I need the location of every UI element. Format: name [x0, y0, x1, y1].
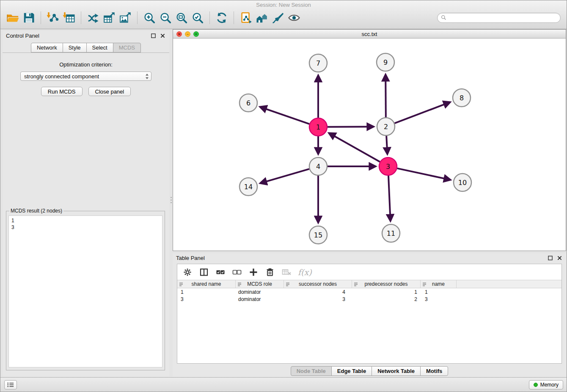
delete-icon[interactable]: [265, 266, 275, 278]
float-window-icon[interactable]: [547, 254, 553, 261]
graph-node-2[interactable]: 2: [377, 118, 395, 135]
tab-network-table[interactable]: Network Table: [372, 366, 421, 376]
duplicate-network-icon[interactable]: [238, 10, 254, 26]
graph-node-14[interactable]: 14: [239, 178, 257, 196]
tab-select[interactable]: Select: [86, 43, 113, 52]
tab-node-table[interactable]: Node Table: [291, 366, 332, 376]
zoom-in-icon[interactable]: [141, 10, 157, 26]
deselect-all-icon[interactable]: [232, 266, 242, 278]
table-cell: 3: [177, 296, 236, 302]
svg-text:3: 3: [386, 163, 390, 171]
maximize-window-icon[interactable]: +: [193, 31, 199, 37]
column-header-MCDS-role[interactable]: MCDS role: [236, 280, 284, 288]
minimize-window-icon[interactable]: −: [185, 31, 190, 37]
graph-node-1[interactable]: 1: [309, 118, 327, 136]
graph-edge-3-1[interactable]: [329, 133, 380, 162]
column-header-successor-nodes[interactable]: successor nodes: [284, 280, 352, 288]
optimization-criterion-label: Optimization criterion:: [3, 61, 169, 68]
memory-label: Memory: [540, 382, 559, 388]
float-window-icon[interactable]: [150, 32, 157, 39]
column-header-name[interactable]: name: [421, 280, 457, 288]
search-input[interactable]: [449, 14, 557, 21]
graph-edge-4-14[interactable]: [261, 169, 309, 183]
graph-edge-3-10[interactable]: [397, 168, 450, 180]
window-header: Session: New Session: [0, 0, 567, 29]
export-table-icon[interactable]: [101, 10, 117, 26]
export-network-icon[interactable]: [85, 10, 101, 26]
export-image-icon[interactable]: [117, 10, 133, 26]
column-header-predecessor-nodes[interactable]: predecessor nodes: [352, 280, 421, 288]
tab-style[interactable]: Style: [63, 43, 87, 52]
mcds-result-list[interactable]: 1 3: [8, 215, 162, 367]
svg-text:10: 10: [458, 179, 467, 187]
style-brush-icon[interactable]: [270, 10, 286, 26]
close-window-icon[interactable]: ✕: [176, 31, 182, 37]
search-icon: [441, 15, 446, 20]
gear-icon[interactable]: [182, 266, 193, 278]
table-cell: dominator: [236, 296, 284, 302]
table-cell: 4: [284, 289, 352, 295]
graph-edge-3-11[interactable]: [388, 176, 391, 221]
select-all-icon[interactable]: [215, 266, 226, 278]
panel-splitter[interactable]: [170, 29, 172, 376]
graph-node-4[interactable]: 4: [309, 157, 327, 175]
graph-node-6[interactable]: 6: [239, 94, 257, 112]
network-window-title: scc.txt: [362, 31, 377, 37]
graph-edge-1-2[interactable]: [328, 127, 373, 127]
search-box[interactable]: [437, 13, 561, 23]
graph-edge-2-8[interactable]: [395, 102, 450, 124]
graph-node-9[interactable]: 9: [377, 53, 394, 71]
close-icon[interactable]: [556, 254, 563, 261]
mcds-result-item[interactable]: 1: [11, 217, 160, 224]
table-panel: Table Panel: [173, 253, 566, 377]
control-panel-tabs: Network Style Select MCDS: [3, 43, 169, 53]
graph-node-7[interactable]: 7: [309, 54, 327, 72]
table-row[interactable]: 1dominator411: [177, 288, 561, 295]
optimization-criterion-select[interactable]: strongly connected component: [20, 72, 151, 81]
table-panel-title: Table Panel: [176, 255, 205, 261]
run-mcds-button[interactable]: Run MCDS: [41, 87, 83, 96]
mcds-result-item[interactable]: 3: [11, 224, 160, 231]
network-overview-icon[interactable]: [254, 10, 270, 26]
table-cell: dominator: [236, 289, 284, 295]
graph-edge-2-9[interactable]: [385, 75, 386, 117]
table-row[interactable]: 3dominator323: [177, 295, 561, 303]
zoom-fit-icon[interactable]: [173, 10, 190, 26]
table-cell: 3: [284, 296, 352, 302]
graph-edge-2-3[interactable]: [386, 136, 387, 154]
tab-mcds[interactable]: MCDS: [113, 43, 141, 52]
svg-text:11: 11: [387, 229, 395, 237]
tab-motifs[interactable]: Motifs: [420, 366, 448, 376]
table-body: 1dominator4113dominator323: [177, 288, 561, 303]
toolbar-separator: [41, 11, 41, 24]
tab-network[interactable]: Network: [31, 43, 63, 52]
graph-node-10[interactable]: 10: [454, 174, 471, 191]
graph-edge-1-6[interactable]: [260, 107, 309, 124]
network-canvas[interactable]: 7968124314101511: [173, 39, 566, 251]
zoom-selected-icon[interactable]: [190, 10, 206, 26]
tab-edge-table[interactable]: Edge Table: [331, 366, 372, 376]
function-builder-icon[interactable]: f(x): [298, 266, 312, 278]
table-cell: 1: [352, 289, 421, 295]
mcds-result-group: MCDS result (2 nodes) 1 3: [6, 208, 165, 370]
memory-button[interactable]: Memory: [529, 380, 563, 389]
save-session-icon[interactable]: [21, 10, 37, 26]
import-table-icon[interactable]: [61, 10, 77, 26]
show-hide-icon[interactable]: [286, 10, 302, 26]
close-icon[interactable]: [159, 32, 166, 39]
graph-node-15[interactable]: 15: [309, 226, 327, 244]
zoom-out-icon[interactable]: [157, 10, 173, 26]
table-cell: 1: [177, 289, 236, 295]
graph-node-3[interactable]: 3: [379, 157, 397, 175]
close-panel-button[interactable]: Close panel: [88, 87, 131, 96]
open-folder-icon[interactable]: [5, 10, 21, 26]
column-header-shared-name[interactable]: shared name: [177, 280, 236, 288]
add-icon[interactable]: [248, 266, 259, 278]
refresh-layout-icon[interactable]: [214, 10, 230, 26]
import-network-icon[interactable]: [45, 10, 61, 26]
destroy-table-icon[interactable]: [281, 266, 292, 278]
graph-node-8[interactable]: 8: [453, 89, 471, 107]
columns-icon[interactable]: [199, 266, 209, 278]
graph-node-11[interactable]: 11: [382, 224, 400, 242]
task-history-icon[interactable]: [4, 380, 17, 389]
